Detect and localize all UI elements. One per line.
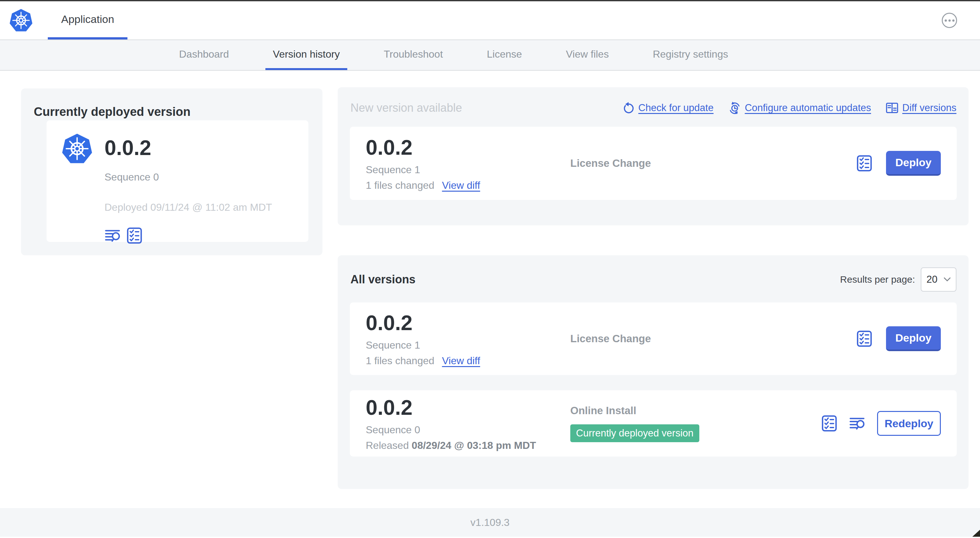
preflight-checklist-icon[interactable] xyxy=(856,330,873,347)
configure-automatic-updates-link[interactable]: Configure automatic updates xyxy=(728,102,871,114)
currently-deployed-badge: Currently deployed version xyxy=(570,424,699,442)
tab-registry-settings[interactable]: Registry settings xyxy=(645,40,736,70)
currently-deployed-panel: Currently deployed version 0.0.2 Sequenc… xyxy=(21,89,323,255)
tab-license[interactable]: License xyxy=(479,40,530,70)
kubernetes-app-icon xyxy=(61,132,93,165)
diff-columns-icon xyxy=(886,102,899,114)
kubernetes-logo-icon xyxy=(9,8,33,33)
sequence-label: Sequence 1 xyxy=(366,164,570,176)
deploy-button[interactable]: Deploy xyxy=(886,326,941,351)
deployed-version-number: 0.0.2 xyxy=(105,136,272,160)
app-header: Application xyxy=(0,1,980,40)
sequence-label: Sequence 1 xyxy=(366,340,570,351)
chevron-down-icon xyxy=(944,277,951,282)
sequence-label: Sequence 0 xyxy=(366,424,570,436)
released-timestamp: Released 08/29/24 @ 03:18 pm MDT xyxy=(366,440,570,451)
view-diff-link[interactable]: View diff xyxy=(442,179,480,191)
currently-deployed-card: 0.0.2 Sequence 0 Deployed 09/11/24 @ 11:… xyxy=(46,120,309,242)
version-source-label: Online Install xyxy=(570,405,821,417)
results-per-page-label: Results per page: xyxy=(840,274,915,285)
view-diff-link[interactable]: View diff xyxy=(442,355,480,367)
tab-view-files[interactable]: View files xyxy=(558,40,616,70)
files-changed-label: 1 files changed xyxy=(366,355,434,367)
deploy-button[interactable]: Deploy xyxy=(886,151,941,176)
view-logs-icon[interactable] xyxy=(105,227,121,244)
tab-dashboard[interactable]: Dashboard xyxy=(172,40,237,70)
version-row: 0.0.2 Sequence 1 1 files changed View di… xyxy=(350,302,957,375)
ellipsis-icon xyxy=(945,19,947,22)
refresh-arrow-icon xyxy=(622,102,635,114)
all-versions-section: All versions Results per page: 20 0.0.2 … xyxy=(338,255,969,489)
preflight-checklist-icon[interactable] xyxy=(126,227,143,244)
app-title-label: Application xyxy=(61,13,114,25)
clock-sync-icon xyxy=(728,102,741,114)
all-versions-title: All versions xyxy=(350,273,415,286)
app-manager-version: v1.109.3 xyxy=(471,517,510,528)
redeploy-button[interactable]: Redeploy xyxy=(877,411,941,436)
results-per-page-value: 20 xyxy=(926,274,937,285)
preflight-checklist-icon[interactable] xyxy=(821,415,838,432)
results-per-page-select[interactable]: 20 xyxy=(921,267,956,292)
version-number: 0.0.2 xyxy=(366,311,570,335)
footer: v1.109.3 xyxy=(0,508,980,537)
version-row: 0.0.2 Sequence 0 Released 08/29/24 @ 03:… xyxy=(350,390,957,457)
version-number: 0.0.2 xyxy=(366,135,570,159)
cursor-artifact xyxy=(972,530,980,537)
app-title-tab[interactable]: Application xyxy=(48,1,127,40)
version-source-label: License Change xyxy=(570,333,856,345)
check-for-update-link[interactable]: Check for update xyxy=(622,102,714,114)
new-version-card: 0.0.2 Sequence 1 1 files changed View di… xyxy=(350,127,957,200)
new-version-title: New version available xyxy=(350,101,462,114)
preflight-checklist-icon[interactable] xyxy=(856,155,873,171)
view-logs-icon[interactable] xyxy=(849,415,865,432)
deployed-sequence-label: Sequence 0 xyxy=(105,171,272,183)
overflow-menu-button[interactable] xyxy=(942,13,957,28)
version-source-label: License Change xyxy=(570,157,856,169)
files-changed-label: 1 files changed xyxy=(366,179,434,191)
app-nav-tabs: Dashboard Version history Troubleshoot L… xyxy=(0,40,980,71)
main-content: Currently deployed version 0.0.2 Sequenc… xyxy=(0,71,980,537)
currently-deployed-title: Currently deployed version xyxy=(34,105,323,119)
diff-versions-link[interactable]: Diff versions xyxy=(886,102,956,114)
version-number: 0.0.2 xyxy=(366,395,570,420)
deployed-timestamp: Deployed 09/11/24 @ 11:02 am MDT xyxy=(105,202,272,213)
tab-troubleshoot[interactable]: Troubleshoot xyxy=(376,40,450,70)
tab-version-history[interactable]: Version history xyxy=(266,40,348,70)
new-version-section: New version available Check for update C… xyxy=(338,87,969,225)
